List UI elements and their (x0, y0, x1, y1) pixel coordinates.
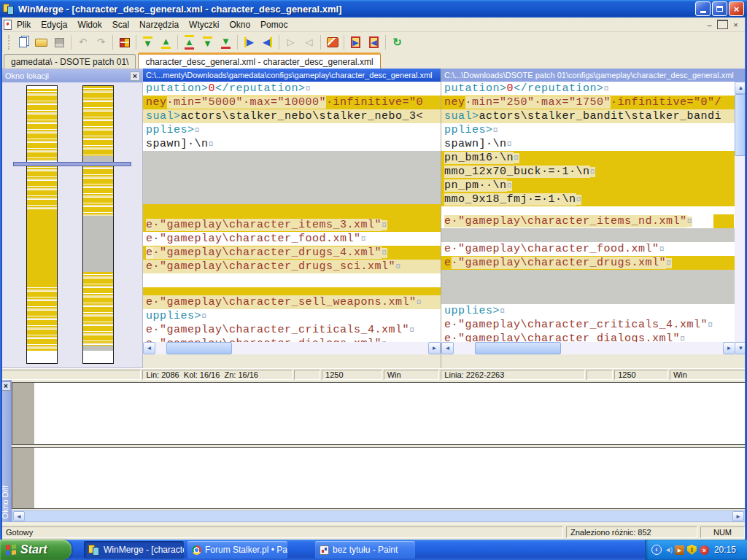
code-line: pn_pm··\n¤ (441, 179, 735, 192)
eol-marker: ¤ (687, 217, 693, 227)
copy-left-advance-button[interactable]: ◁ (300, 34, 318, 51)
document-icon[interactable] (4, 20, 12, 30)
open-button[interactable] (32, 34, 50, 51)
scroll-right-icon[interactable]: ► (732, 511, 744, 521)
security-alert-icon[interactable]: ! (687, 545, 697, 555)
copy-all-left-button[interactable]: ◀ (365, 34, 383, 51)
previous-difference-button[interactable]: ▲ (157, 34, 175, 51)
menu-item-plik[interactable]: Plik (12, 18, 36, 31)
menu-item-scal[interactable]: Scal (107, 18, 134, 31)
copy-left-button[interactable]: ◀ (258, 34, 276, 51)
right-horizontal-scrollbar[interactable]: ◄ ► (441, 342, 735, 354)
diff-pane-scrollbar[interactable]: ◄ ► (12, 510, 746, 522)
media-player-icon[interactable]: ▶ (675, 545, 684, 555)
save-button[interactable] (50, 34, 69, 51)
taskbar-task-winmerge[interactable]: WinMerge - [characte... (84, 541, 184, 559)
menu-item-pomoc[interactable]: Pomoc (255, 18, 293, 31)
undo-button[interactable]: ↶ (74, 34, 92, 51)
window-title: WinMerge - [character_desc_general.xml -… (18, 4, 695, 15)
tools-button[interactable] (323, 34, 341, 51)
restore-button[interactable] (712, 1, 727, 16)
hide-tray-icons-icon[interactable]: ‹ (651, 545, 662, 555)
current-difference-icon: ▼ (203, 36, 212, 49)
select-lines-icon (120, 38, 130, 47)
diff-map-left-bar[interactable] (26, 85, 58, 364)
new-file-button[interactable] (14, 34, 32, 51)
redo-button[interactable]: ↷ (92, 34, 110, 51)
toolbar: ↶↷▼▲▲▼▼▶◀▷◁▶◀↻ (2, 32, 745, 52)
left-code-editor[interactable]: putation>0</reputation>¤ney·min="5000"·m… (143, 82, 441, 354)
tab-file-compare[interactable]: character_desc_general.xml - character_d… (138, 52, 380, 69)
diff-location-map[interactable] (1, 82, 142, 368)
diff-detail-top[interactable] (12, 382, 746, 445)
code-segment: e·"gameplay\character_drugs_sci.xml" (146, 260, 395, 273)
current-difference-button[interactable]: ▼ (198, 34, 217, 51)
scroll-left-icon[interactable]: ◄ (13, 511, 25, 521)
mdi-minimize-button[interactable]: – (704, 20, 715, 29)
first-difference-button[interactable]: ▲ (180, 34, 198, 51)
antivirus-icon[interactable]: x (700, 545, 709, 555)
select-lines-button[interactable] (115, 34, 133, 51)
left-file-path-header[interactable]: C:\...menty\Downloads\gamedata\configs\g… (143, 69, 441, 82)
eol-marker: ¤ (604, 84, 610, 94)
menu-item-narzędzia[interactable]: Narzędzia (134, 18, 184, 31)
location-pane-header[interactable]: Okno lokacji × (1, 69, 142, 82)
tab-bar: gamedata\ - DSOTE patch 01\character_des… (2, 52, 745, 69)
view-position-indicator[interactable] (13, 162, 131, 166)
mdi-restore-button[interactable] (717, 20, 728, 29)
undo-icon: ↶ (79, 37, 87, 47)
code-segment: pn_pm··\n (444, 179, 507, 192)
diff-map-segment (83, 346, 113, 351)
eol-marker: ¤ (666, 258, 672, 268)
mdi-close-button[interactable]: × (730, 20, 741, 29)
code-line: mmo_12x70_buck·=·1·\n¤ (441, 165, 735, 179)
right-code-editor[interactable]: putation>0</reputation>¤ney·min="250"·ma… (441, 82, 735, 354)
tools-icon (327, 37, 338, 47)
system-tray: ‹◄)▶!x20:15 (645, 540, 747, 560)
start-label: Start (20, 543, 47, 556)
scroll-right-icon[interactable]: ► (723, 342, 735, 354)
winmerge-icon (88, 545, 100, 556)
right-file-path-header[interactable]: C:\...\Downloads\DSOTE patch 01\configs\… (441, 69, 747, 82)
tab-folder-compare[interactable]: gamedata\ - DSOTE patch 01\ (4, 54, 136, 69)
close-button[interactable]: × (729, 1, 744, 16)
left-horizontal-scrollbar[interactable]: ◄ ► (143, 342, 441, 354)
refresh-icon: ↻ (392, 37, 402, 47)
menu-item-okno[interactable]: Okno (224, 18, 255, 31)
toolbar-separator (385, 35, 386, 50)
editor-status-segment (294, 370, 320, 380)
toolbar-grip[interactable] (8, 35, 10, 50)
eol-marker: ¤ (409, 325, 415, 335)
scroll-left-icon[interactable]: ◄ (143, 342, 155, 354)
scroll-right-icon[interactable]: ► (428, 342, 441, 354)
editor-status-segment (587, 370, 613, 380)
left-hscroll-thumb[interactable] (166, 342, 232, 354)
location-pane-close-icon[interactable]: × (130, 71, 140, 81)
copy-right-advance-button[interactable]: ▷ (282, 34, 300, 51)
taskbar-task-chrome[interactable]: Forum Stalker.pl • Pa... (187, 541, 287, 559)
scroll-left-icon[interactable]: ◄ (441, 342, 454, 354)
diff-detail-bottom[interactable] (12, 447, 746, 509)
start-button[interactable]: Start (0, 540, 71, 560)
next-difference-button[interactable]: ▼ (139, 34, 157, 51)
menu-item-widok[interactable]: Widok (72, 18, 107, 31)
diff-map-segment (83, 351, 113, 363)
minimize-button[interactable] (695, 1, 711, 16)
code-line: e·"gameplay\character_drugs.xml"¤ (441, 256, 735, 270)
copy-all-right-button[interactable]: ▶ (347, 34, 365, 51)
volume-icon[interactable]: ◄) (665, 546, 672, 553)
title-bar[interactable]: WinMerge - [character_desc_general.xml -… (0, 0, 747, 18)
diff-map-right-bar[interactable] (82, 85, 114, 364)
menu-item-wtyczki[interactable]: Wtyczki (184, 18, 224, 31)
copy-right-button[interactable]: ▶ (240, 34, 258, 51)
menu-item-edycja[interactable]: Edycja (36, 18, 72, 31)
eol-marker: ¤ (201, 311, 207, 322)
last-difference-button[interactable]: ▼ (217, 34, 235, 51)
right-hscroll-thumb[interactable] (475, 342, 561, 354)
refresh-button[interactable]: ↻ (388, 34, 406, 51)
taskbar-task-paint[interactable]: bez tytułu - Paint (315, 541, 415, 559)
code-line: sual>actors\stalker_bandit\stalker_bandi (441, 109, 735, 123)
code-segment: e (146, 246, 153, 259)
diff-pane-close-icon[interactable]: × (1, 381, 11, 391)
code-segment: pplies> (444, 124, 493, 136)
